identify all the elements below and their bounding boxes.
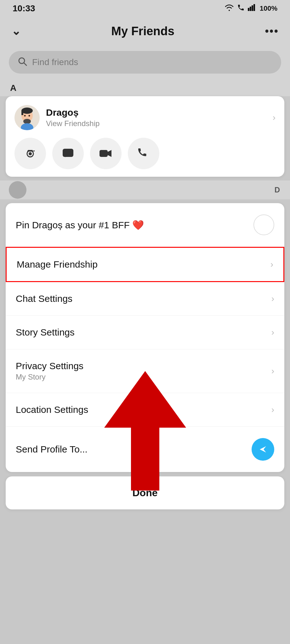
svg-point-16	[33, 150, 35, 152]
page-title: My Friends	[111, 25, 174, 38]
svg-rect-3	[253, 4, 255, 11]
chat-action-button[interactable]	[52, 138, 84, 169]
svg-point-12	[29, 115, 30, 117]
friend-info: Dragoș View Friendship	[14, 105, 100, 130]
pin-bff-label: Pin Dragoș as your #1 BFF ❤️	[16, 219, 144, 230]
status-bar: 10:33 100%	[0, 0, 290, 17]
chat-settings-chevron-icon: ›	[271, 294, 274, 304]
call-icon	[237, 4, 245, 13]
partial-label: D	[275, 186, 280, 194]
chat-settings-label: Chat Settings	[16, 293, 72, 304]
pin-bff-toggle[interactable]	[253, 214, 274, 235]
manage-friendship-chevron-icon: ›	[270, 259, 273, 269]
manage-friendship-label-wrap: Manage Friendship	[17, 259, 98, 270]
send-profile-button[interactable]	[252, 438, 274, 461]
manage-friendship-item[interactable]: Manage Friendship ›	[6, 247, 284, 282]
partial-contact-row: D	[0, 180, 290, 199]
privacy-settings-label: Privacy Settings	[16, 361, 83, 371]
send-profile-label-wrap: Send Profile To...	[16, 444, 88, 455]
privacy-settings-item[interactable]: Privacy Settings My Story ›	[6, 349, 284, 393]
more-options-icon[interactable]: •••	[265, 25, 279, 38]
privacy-settings-sub: My Story	[16, 373, 83, 381]
location-settings-right: ›	[271, 405, 274, 415]
wifi-icon	[225, 4, 234, 13]
pin-bff-label-wrap: Pin Dragoș as your #1 BFF ❤️	[16, 219, 144, 230]
chevron-down-icon[interactable]: ⌄	[11, 25, 21, 38]
friend-sub-label: View Friendship	[46, 119, 100, 128]
chat-settings-label-wrap: Chat Settings	[16, 293, 72, 304]
menu-card: Pin Dragoș as your #1 BFF ❤️ Manage Frie…	[6, 203, 284, 472]
story-settings-label-wrap: Story Settings	[16, 327, 75, 338]
search-icon	[18, 57, 27, 68]
action-buttons	[14, 138, 276, 169]
svg-point-10	[23, 119, 31, 124]
search-container: Find friends	[0, 45, 290, 80]
search-bar[interactable]: Find friends	[9, 51, 281, 74]
location-settings-label: Location Settings	[16, 404, 88, 415]
friend-row: Dragoș View Friendship ›	[14, 105, 276, 130]
svg-rect-17	[63, 149, 73, 157]
svg-rect-2	[252, 5, 253, 11]
svg-rect-1	[250, 7, 251, 11]
friend-card: Dragoș View Friendship ›	[6, 96, 284, 177]
signal-icon	[248, 4, 257, 13]
svg-point-11	[24, 115, 26, 117]
story-settings-right: ›	[271, 327, 274, 337]
friend-chevron-icon: ›	[273, 113, 276, 123]
video-action-button[interactable]	[90, 138, 122, 169]
section-label-a: A	[0, 80, 290, 96]
status-time: 10:33	[13, 3, 35, 14]
story-settings-item[interactable]: Story Settings ›	[6, 316, 284, 349]
call-action-button[interactable]	[128, 138, 159, 169]
svg-rect-9	[21, 111, 23, 115]
manage-friendship-label: Manage Friendship	[17, 259, 98, 270]
privacy-settings-chevron-icon: ›	[271, 366, 274, 376]
chat-settings-item[interactable]: Chat Settings ›	[6, 282, 284, 316]
location-settings-chevron-icon: ›	[271, 405, 274, 415]
chat-settings-right: ›	[271, 294, 274, 304]
send-profile-label: Send Profile To...	[16, 444, 88, 455]
svg-rect-0	[248, 8, 249, 11]
search-placeholder: Find friends	[32, 57, 78, 67]
done-label: Done	[133, 487, 158, 499]
location-settings-item[interactable]: Location Settings ›	[6, 393, 284, 427]
privacy-settings-right: ›	[271, 366, 274, 376]
status-icons: 100%	[225, 4, 277, 13]
battery-icon: 100%	[260, 4, 277, 13]
svg-point-15	[29, 152, 32, 155]
svg-rect-18	[100, 150, 108, 157]
done-container[interactable]: Done	[6, 476, 284, 509]
privacy-settings-label-wrap: Privacy Settings My Story	[16, 361, 83, 381]
friend-name: Dragoș	[46, 107, 100, 118]
location-settings-label-wrap: Location Settings	[16, 404, 88, 415]
send-profile-item[interactable]: Send Profile To...	[6, 427, 284, 472]
svg-line-5	[24, 63, 26, 65]
pin-bff-item[interactable]: Pin Dragoș as your #1 BFF ❤️	[6, 203, 284, 247]
avatar	[14, 105, 40, 130]
manage-friendship-right: ›	[270, 259, 273, 269]
friend-details: Dragoș View Friendship	[46, 107, 100, 128]
story-settings-label: Story Settings	[16, 327, 75, 338]
header: ⌄ My Friends •••	[0, 17, 290, 45]
story-settings-chevron-icon: ›	[271, 327, 274, 337]
camera-action-button[interactable]	[14, 138, 46, 169]
partial-avatar	[9, 181, 26, 199]
